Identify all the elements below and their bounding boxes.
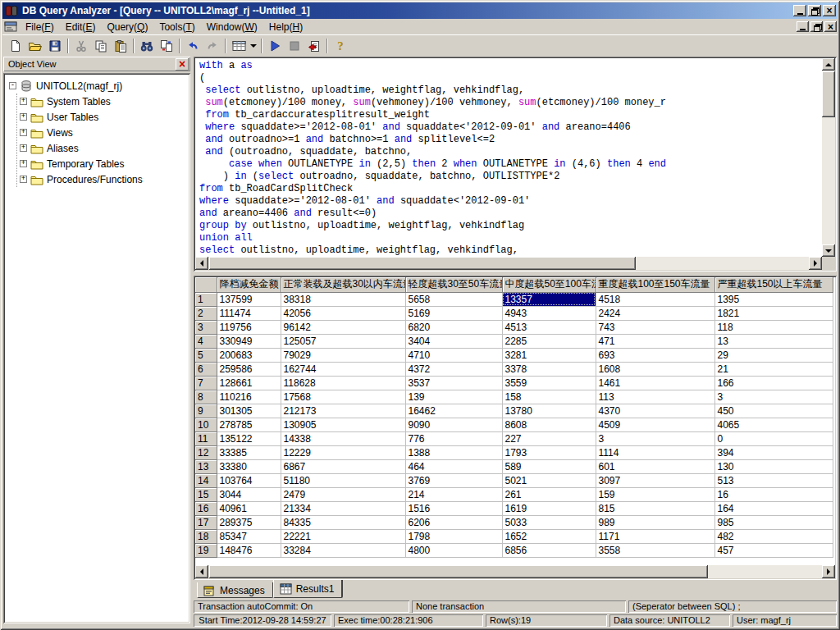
data-cell[interactable]: 3378	[502, 362, 596, 376]
row-number-cell[interactable]: 1	[195, 292, 217, 306]
data-cell[interactable]: 130	[714, 459, 833, 473]
data-cell[interactable]: 513	[714, 473, 833, 487]
column-header[interactable]: 严重超载150以上车流量	[714, 277, 833, 292]
data-cell[interactable]: 3	[596, 431, 714, 445]
editor-horizontal-scrollbar[interactable]	[195, 257, 822, 270]
vertical-scroll-thumb[interactable]	[822, 71, 835, 117]
open-file-button[interactable]	[25, 37, 45, 55]
data-cell[interactable]: 1821	[714, 306, 833, 320]
data-cell[interactable]: 29	[714, 348, 833, 362]
data-cell[interactable]: 125057	[281, 334, 405, 348]
row-number-cell[interactable]: 4	[195, 334, 217, 348]
data-cell[interactable]: 259586	[217, 362, 281, 376]
data-cell[interactable]: 21334	[281, 501, 405, 515]
data-cell[interactable]: 8608	[502, 418, 596, 431]
data-cell[interactable]: 111474	[217, 306, 281, 320]
row-number-cell[interactable]: 17	[195, 515, 217, 529]
data-cell[interactable]: 815	[596, 501, 714, 515]
row-number-cell[interactable]: 18	[195, 529, 217, 543]
column-header[interactable]: 正常装载及超载30以内车流量	[281, 277, 405, 292]
scroll-left-button[interactable]	[195, 565, 208, 578]
data-cell[interactable]: 3769	[405, 473, 502, 487]
data-cell[interactable]: 162744	[281, 362, 405, 376]
data-cell[interactable]: 33385	[217, 445, 281, 459]
restore-button[interactable]	[808, 5, 821, 16]
data-cell[interactable]: 3537	[405, 376, 502, 390]
data-cell[interactable]: 103764	[217, 473, 281, 487]
scroll-left-button[interactable]	[195, 257, 208, 270]
data-cell[interactable]: 164	[714, 501, 833, 515]
data-cell[interactable]: 1114	[596, 445, 714, 459]
data-cell[interactable]: 4509	[596, 418, 714, 431]
menu-help[interactable]: Help(H)	[263, 20, 308, 34]
data-cell[interactable]: 14338	[281, 431, 405, 445]
data-cell[interactable]: 5033	[502, 515, 596, 529]
mdi-document-icon[interactable]	[4, 21, 17, 33]
menu-edit[interactable]: Edit(E)	[60, 20, 102, 34]
scroll-right-button[interactable]	[822, 565, 835, 578]
horizontal-scroll-thumb[interactable]	[209, 565, 708, 578]
data-cell[interactable]: 3	[714, 390, 833, 404]
data-cell[interactable]: 17568	[281, 390, 405, 404]
data-cell[interactable]: 96142	[281, 320, 405, 334]
scroll-track[interactable]	[636, 257, 809, 270]
menu-file[interactable]: File(F)	[20, 20, 60, 34]
row-number-cell[interactable]: 15	[195, 487, 217, 501]
data-cell[interactable]: 51180	[281, 473, 405, 487]
row-number-cell[interactable]: 16	[195, 501, 217, 515]
data-cell[interactable]: 1793	[502, 445, 596, 459]
data-cell[interactable]: 166	[714, 376, 833, 390]
menu-query[interactable]: Query(Q)	[101, 20, 153, 34]
object-view-close-button[interactable]: ×	[176, 58, 189, 71]
data-cell[interactable]: 135122	[217, 431, 281, 445]
data-cell[interactable]: 743	[596, 320, 714, 334]
editor-vertical-scrollbar[interactable]	[822, 58, 835, 257]
data-cell[interactable]: 301305	[217, 404, 281, 418]
expand-box-icon[interactable]: +	[20, 176, 27, 183]
data-cell[interactable]: 21	[714, 362, 833, 376]
tree-node-procedures-functions[interactable]: +Procedures/Functions	[20, 171, 189, 187]
paste-button[interactable]	[111, 37, 130, 55]
cut-button[interactable]	[71, 37, 91, 55]
data-cell[interactable]: 6867	[281, 459, 405, 473]
data-cell[interactable]: 1461	[596, 376, 714, 390]
data-cell[interactable]: 261	[502, 487, 596, 501]
column-header[interactable]: 轻度超载30至50车流量	[405, 277, 502, 292]
data-cell[interactable]: 38318	[281, 292, 405, 306]
column-header[interactable]: 中度超载50至100车流量	[502, 277, 596, 292]
data-cell[interactable]: 130905	[281, 418, 405, 431]
results-horizontal-scrollbar[interactable]	[195, 565, 835, 578]
data-cell[interactable]: 989	[596, 515, 714, 529]
data-cell[interactable]: 776	[405, 431, 502, 445]
data-cell[interactable]: 9090	[405, 418, 502, 431]
new-file-button[interactable]	[6, 37, 25, 55]
row-number-cell[interactable]: 7	[195, 376, 217, 390]
scroll-down-button[interactable]	[822, 244, 835, 257]
grid-corner-cell[interactable]	[195, 277, 217, 292]
data-cell[interactable]: 1619	[502, 501, 596, 515]
data-cell[interactable]: 200683	[217, 348, 281, 362]
grid-dropdown-button[interactable]	[249, 37, 258, 55]
tree-node-temporary-tables[interactable]: +Temporary Tables	[20, 156, 189, 171]
tree-node-user-tables[interactable]: +User Tables	[20, 109, 189, 125]
data-cell[interactable]: 0	[714, 431, 833, 445]
data-cell[interactable]: 464	[405, 459, 502, 473]
data-cell[interactable]: 118628	[281, 376, 405, 390]
mdi-close-button[interactable]: ×	[824, 21, 837, 32]
tree-node-views[interactable]: +Views	[20, 125, 189, 140]
data-cell[interactable]: 33284	[281, 543, 405, 557]
data-cell[interactable]: 3404	[405, 334, 502, 348]
data-cell[interactable]: 16	[714, 487, 833, 501]
data-cell[interactable]: 4372	[405, 362, 502, 376]
data-cell[interactable]: 1652	[502, 529, 596, 543]
tab-messages[interactable]: Messages	[197, 582, 273, 598]
scroll-right-button[interactable]	[809, 257, 822, 270]
data-cell[interactable]: 118	[714, 320, 833, 334]
row-number-cell[interactable]: 10	[195, 418, 217, 431]
data-cell[interactable]: 1395	[714, 292, 833, 306]
minimize-button[interactable]	[793, 5, 806, 16]
data-cell[interactable]: 1388	[405, 445, 502, 459]
data-cell[interactable]: 450	[714, 404, 833, 418]
data-cell[interactable]: 158	[502, 390, 596, 404]
data-cell[interactable]: 1608	[596, 362, 714, 376]
